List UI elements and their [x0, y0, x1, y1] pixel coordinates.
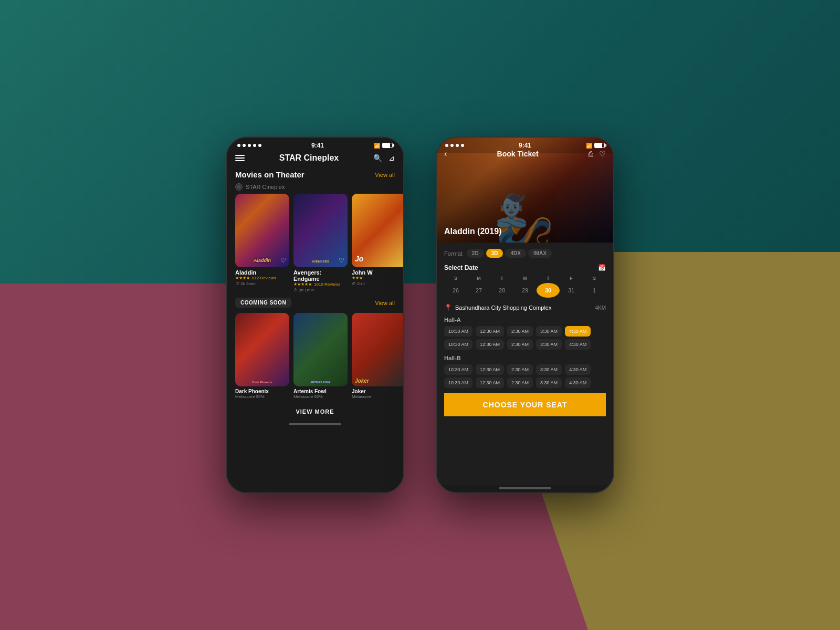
format-tab-3d[interactable]: 3D [486, 249, 503, 258]
hall-b-r2-time-430[interactable]: 4:30 AM [565, 377, 591, 388]
hall-a-r2-time-1030[interactable]: 10:30 AM [444, 339, 472, 350]
back-button[interactable]: ‹ [444, 149, 447, 159]
hall-b-section: Hall-B 10:30 AM 12:30 AM 2:30 AM 3:30 AM… [444, 355, 606, 388]
wifi-icon: 📶 [374, 143, 380, 149]
hall-a-time-1230[interactable]: 12:30 AM [476, 326, 504, 337]
hall-b-r2-time-230[interactable]: 2:30 AM [507, 377, 533, 388]
hall-b-time-1230[interactable]: 12:30 AM [476, 364, 504, 375]
favorite-icon[interactable]: ♡ [599, 150, 606, 158]
poster-joker [352, 313, 403, 386]
coming-card-darkphoenix[interactable]: Dark Phoenix Metascore 95% [235, 313, 289, 399]
hall-a-times-row1: 10:30 AM 12:30 AM 2:30 AM 3:30 AM 4:30 A… [444, 326, 606, 337]
hall-a-time-330[interactable]: 3:30 AM [536, 326, 562, 337]
aladdin-heart-icon[interactable]: ♡ [280, 257, 286, 264]
header-actions: 🔍 ⊿ [373, 154, 395, 162]
on-theater-section-header: Movies on Theater View all [227, 168, 403, 182]
day-s1: S [444, 276, 467, 281]
hall-b-time-330[interactable]: 3:30 AM [536, 364, 562, 375]
darkphoenix-title: Dark Phoenix [235, 388, 289, 394]
date-header: Select Date 📅 [444, 264, 606, 271]
day-f: F [560, 276, 583, 281]
hamburger-line3 [235, 160, 245, 161]
choose-seat-button[interactable]: CHOOSE YOUR SEAT [444, 393, 606, 416]
hall-a-r2-time-1230[interactable]: 12:30 AM [476, 339, 504, 350]
phone1-screen: 9:41 📶 STAR Cineplex 🔍 ⊿ [227, 138, 403, 492]
phone-book-ticket: 🧞 9:41 📶 [436, 136, 614, 494]
hall-b-label: Hall-B [444, 355, 606, 361]
filter-icon[interactable]: ⊿ [388, 154, 395, 162]
calendar-icon[interactable]: 📅 [598, 264, 606, 271]
on-theater-title: Movies on Theater [235, 170, 304, 179]
hall-b-times-row2: 10:30 AM 12:30 AM 2:30 AM 3:30 AM 4:30 A… [444, 377, 606, 388]
coming-soon-badge: COOMING SOON [235, 298, 291, 308]
date-27[interactable]: 27 [467, 283, 490, 298]
search-icon[interactable]: 🔍 [373, 154, 382, 162]
phone1-status-bar: 9:41 📶 [227, 138, 403, 151]
hamburger-line2 [235, 158, 245, 159]
cinema-name: STAR Cineplex [246, 184, 285, 190]
p2-wifi-icon: 📶 [586, 143, 592, 149]
view-more-button[interactable]: VIEW MORE [227, 402, 403, 421]
status-dots [237, 144, 261, 147]
date-1[interactable]: 1 [583, 283, 606, 298]
p2-dot1 [445, 144, 448, 147]
view-all-theater[interactable]: View all [375, 172, 395, 178]
phone1-time: 9:41 [311, 142, 324, 149]
movie-card-aladdin[interactable]: ♡ Aladdin ★★★★ 812 Reviews ⏱ 2h 8min [235, 194, 289, 293]
hall-a-r2-time-230[interactable]: 2:30 AM [507, 339, 533, 350]
header-right-icons: ⎙ ♡ [589, 150, 606, 158]
john-duration: ⏱ 2h 1 [352, 281, 403, 286]
battery-icon [382, 143, 393, 148]
format-row: Format 2D 3D 4DX IMAX [444, 249, 606, 258]
hall-b-r2-time-1230[interactable]: 12:30 AM [476, 377, 504, 388]
hall-a-label: Hall-A [444, 317, 606, 323]
hall-a-r2-time-430[interactable]: 4:30 AM [565, 339, 591, 350]
day-t1: T [490, 276, 513, 281]
darkphoenix-meta: Metascore 95% [235, 394, 289, 399]
dot4 [253, 144, 256, 147]
coming-card-joker[interactable]: Joker Metascore [352, 313, 403, 399]
date-28[interactable]: 28 [490, 283, 513, 298]
share-icon[interactable]: ⎙ [589, 150, 593, 158]
hall-b-time-430[interactable]: 4:30 AM [565, 364, 591, 375]
avengers-heart-icon[interactable]: ♡ [339, 257, 344, 264]
date-section: Select Date 📅 S M T W T F S 26 27 [444, 264, 606, 298]
date-26[interactable]: 26 [444, 283, 467, 298]
poster-john [352, 194, 403, 267]
coming-card-artemis[interactable]: Artemis Fowl Metascore 92% [293, 313, 348, 399]
hall-b-r2-time-330[interactable]: 3:30 AM [536, 377, 562, 388]
phone2-screen: 🧞 9:41 📶 [437, 138, 613, 492]
venue-row: 📍 Bashundhara City Shopping Complex 4KM [444, 304, 606, 311]
day-w: W [513, 276, 537, 281]
hall-b-r2-time-1030[interactable]: 10:30 AM [444, 377, 472, 388]
format-tab-2d[interactable]: 2D [467, 249, 484, 258]
hamburger-line1 [235, 155, 245, 156]
avengers-title: Avengers: Endgame [293, 269, 348, 282]
format-tab-imax[interactable]: IMAX [528, 249, 552, 258]
poster-avengers: ♡ [293, 194, 348, 267]
hall-b-times-row1: 10:30 AM 12:30 AM 2:30 AM 3:30 AM 4:30 A… [444, 364, 606, 375]
hamburger-menu-icon[interactable] [235, 155, 245, 161]
hall-a-r2-time-330[interactable]: 3:30 AM [536, 339, 562, 350]
avengers-rating: ★★★★★ 1010 Reviews [293, 282, 348, 287]
cinema-badge: ◎ STAR Cineplex [227, 182, 403, 194]
hall-a-time-430-active[interactable]: 4:30 AM [565, 326, 591, 337]
hall-b-time-1030[interactable]: 10:30 AM [444, 364, 472, 375]
dot2 [243, 144, 246, 147]
view-all-coming[interactable]: View all [375, 300, 395, 306]
hall-a-time-1030[interactable]: 10:30 AM [444, 326, 472, 337]
date-30[interactable]: 30 [537, 283, 560, 298]
date-29[interactable]: 29 [513, 283, 537, 298]
movie-card-avengers[interactable]: ♡ Avengers: Endgame ★★★★★ 1010 Reviews ⏱… [293, 194, 348, 293]
hall-a-times-row2: 10:30 AM 12:30 AM 2:30 AM 3:30 AM 4:30 A… [444, 339, 606, 350]
phones-container: 9:41 📶 STAR Cineplex 🔍 ⊿ [226, 136, 614, 494]
movie-card-john[interactable]: John W ★★★ ⏱ 2h 1 [352, 194, 403, 293]
day-t2: T [537, 276, 560, 281]
dot3 [248, 144, 251, 147]
hall-b-time-230[interactable]: 2:30 AM [507, 364, 533, 375]
dates-row: 26 27 28 29 30 31 1 [444, 283, 606, 298]
avengers-info: Avengers: Endgame ★★★★★ 1010 Reviews ⏱ 3… [293, 267, 348, 293]
format-tab-4dx[interactable]: 4DX [505, 249, 526, 258]
hall-a-time-230[interactable]: 2:30 AM [507, 326, 533, 337]
date-31[interactable]: 31 [560, 283, 583, 298]
